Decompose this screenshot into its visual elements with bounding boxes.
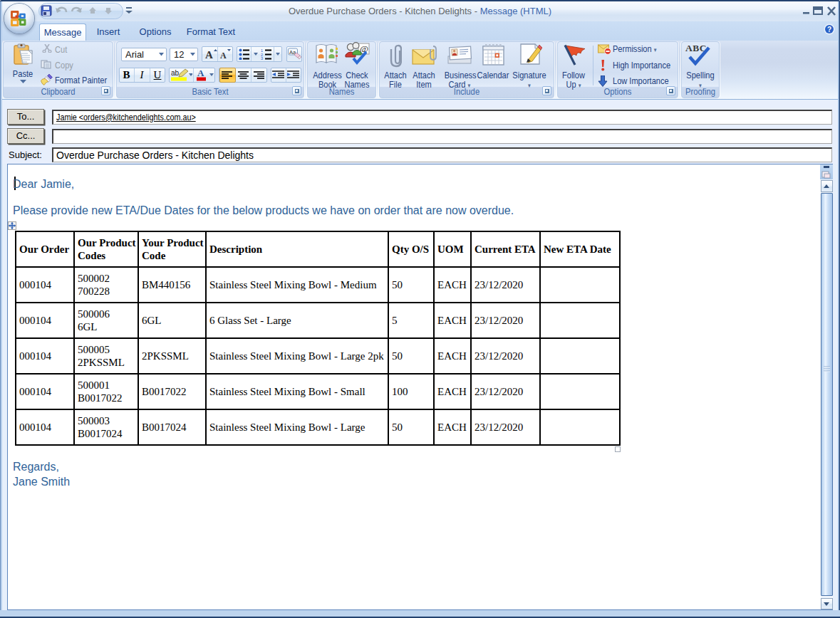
svg-text:A: A	[205, 49, 213, 61]
svg-text:3: 3	[261, 56, 263, 60]
svg-text:?: ?	[827, 26, 831, 33]
svg-text:A: A	[220, 51, 227, 61]
svg-text:A: A	[197, 68, 204, 78]
svg-text:ab: ab	[171, 69, 180, 77]
